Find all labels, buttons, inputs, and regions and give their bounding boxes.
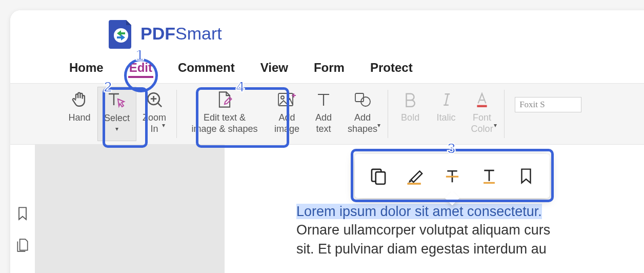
svg-rect-8 bbox=[376, 172, 385, 184]
side-rail bbox=[10, 145, 35, 273]
select-label: Select bbox=[104, 113, 130, 124]
menu-edit[interactable]: Edit bbox=[129, 61, 152, 75]
menu-home[interactable]: Home bbox=[69, 61, 104, 75]
doc-line-3: sit. Et pulvinar diam egestas interdum a… bbox=[296, 240, 644, 258]
divider bbox=[388, 90, 388, 138]
logo-bar: PDFSmart bbox=[10, 10, 644, 56]
underline-icon bbox=[480, 167, 498, 185]
menu-view[interactable]: View bbox=[260, 61, 288, 75]
copy-button[interactable] bbox=[365, 163, 392, 189]
pages-panel-button[interactable] bbox=[16, 238, 29, 252]
thumbnail-gutter bbox=[35, 145, 225, 273]
font-color-label: Font Color bbox=[471, 112, 493, 134]
ribbon: Hand Select ▾ Zoom In ▾ bbox=[10, 83, 644, 145]
chevron-down-icon: ▾ bbox=[377, 122, 380, 129]
logo-icon bbox=[108, 18, 134, 49]
svg-rect-4 bbox=[355, 93, 364, 102]
italic-icon bbox=[440, 90, 452, 109]
add-shapes-icon bbox=[353, 90, 372, 109]
app-title-bold: PDF bbox=[140, 24, 175, 43]
add-text-icon bbox=[316, 90, 331, 109]
hand-tool-button[interactable]: Hand bbox=[62, 87, 97, 141]
app-title: PDFSmart bbox=[140, 24, 222, 44]
app-window: PDFSmart Home Edit Comment View Form Pro… bbox=[10, 10, 644, 273]
divider bbox=[176, 90, 177, 138]
add-shapes-button[interactable]: Add shapes ▾ bbox=[341, 87, 384, 141]
font-selector bbox=[509, 87, 581, 141]
doc-line-1: Lorem ipsum dolor sit amet consectetur. bbox=[296, 204, 542, 219]
add-image-button[interactable]: Add image bbox=[268, 87, 306, 141]
menu-form[interactable]: Form bbox=[314, 61, 345, 75]
bold-label: Bold bbox=[401, 112, 419, 124]
font-color-button[interactable]: Font Color ▾ bbox=[464, 87, 500, 141]
edit-objects-button[interactable]: Edit text & image & shapes bbox=[181, 87, 268, 141]
bold-icon bbox=[403, 90, 417, 109]
menu-protect[interactable]: Protect bbox=[370, 61, 413, 75]
edit-page-icon bbox=[216, 90, 233, 109]
underline-button[interactable] bbox=[476, 163, 502, 189]
select-text-icon bbox=[107, 90, 127, 110]
font-color-icon bbox=[474, 90, 490, 109]
chevron-down-icon: ▾ bbox=[115, 125, 118, 132]
edit-objects-label: Edit text & image & shapes bbox=[192, 112, 258, 134]
bookmark-panel-button[interactable] bbox=[16, 206, 29, 221]
svg-point-3 bbox=[281, 96, 284, 99]
divider bbox=[504, 90, 505, 138]
strikethrough-icon bbox=[444, 167, 461, 185]
menubar: Home Edit Comment View Form Protect bbox=[10, 56, 644, 83]
bookmark-icon bbox=[518, 167, 534, 185]
add-image-label: Add image bbox=[274, 112, 299, 134]
zoom-in-button[interactable]: Zoom In ▾ bbox=[136, 87, 172, 141]
doc-line-2: Ornare ullamcorper volutpat aliquam curs bbox=[296, 221, 644, 239]
add-shapes-label: Add shapes bbox=[348, 112, 377, 134]
selection-context-toolbar bbox=[355, 154, 550, 198]
app-logo: PDFSmart bbox=[108, 18, 222, 49]
menu-comment[interactable]: Comment bbox=[178, 61, 235, 75]
bookmark-button[interactable] bbox=[513, 163, 539, 189]
add-text-button[interactable]: Add text bbox=[306, 87, 341, 141]
add-text-label: Add text bbox=[315, 112, 332, 134]
hand-label: Hand bbox=[68, 112, 90, 124]
strikethrough-button[interactable] bbox=[439, 163, 466, 189]
italic-label: Italic bbox=[437, 112, 456, 124]
svg-rect-6 bbox=[477, 105, 487, 107]
app-title-light: Smart bbox=[175, 24, 222, 43]
bold-button[interactable]: Bold bbox=[392, 87, 428, 141]
highlight-button[interactable] bbox=[402, 163, 429, 189]
svg-rect-9 bbox=[407, 183, 420, 185]
zoom-in-icon bbox=[146, 90, 163, 109]
italic-button[interactable]: Italic bbox=[428, 87, 464, 141]
chevron-down-icon: ▾ bbox=[494, 122, 497, 129]
add-image-icon bbox=[277, 90, 297, 109]
chevron-down-icon: ▾ bbox=[162, 122, 165, 129]
select-tool-button[interactable]: Select ▾ bbox=[97, 87, 136, 141]
highlighter-icon bbox=[406, 167, 425, 185]
hand-icon bbox=[71, 90, 88, 109]
font-name-input[interactable] bbox=[515, 97, 581, 112]
copy-icon bbox=[370, 167, 387, 185]
